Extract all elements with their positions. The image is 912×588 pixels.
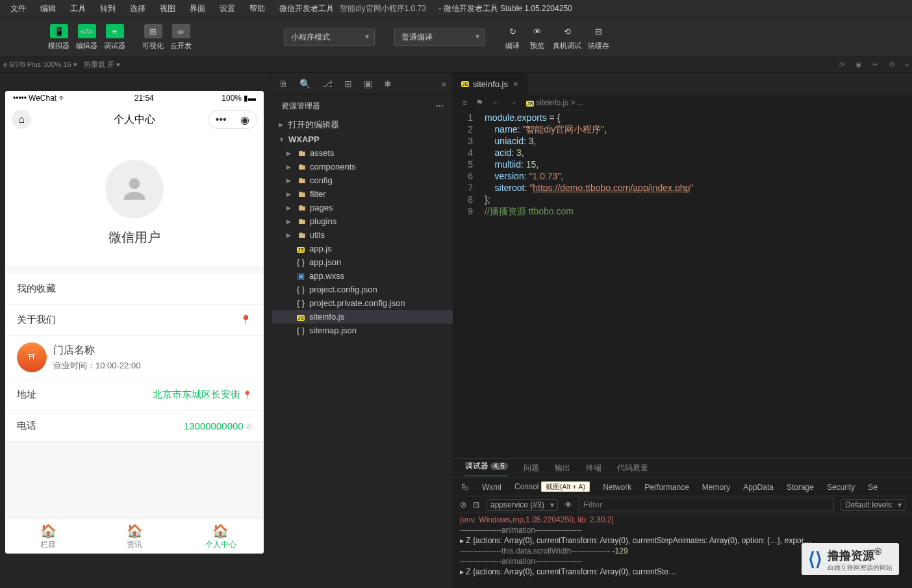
compile-mode-dropdown[interactable]: 普通编译	[394, 29, 485, 46]
ext-icon[interactable]: ⊞	[344, 79, 352, 89]
dev-tab-appdata[interactable]: AppData	[743, 483, 774, 492]
compile-button[interactable]: ↻编译	[501, 22, 524, 53]
files-icon[interactable]: 🗎	[279, 79, 288, 89]
close-icon[interactable]: ×	[512, 79, 520, 89]
context-dropdown[interactable]: appservice (#3)	[486, 499, 558, 511]
simulator-button[interactable]: 📱模拟器	[45, 22, 72, 53]
panel-tab-terminal[interactable]: 终端	[586, 463, 602, 474]
target-icon[interactable]: ◉	[240, 114, 249, 126]
more-icon[interactable]: ⋯	[436, 101, 444, 110]
inspect-icon[interactable]: ⮱	[461, 483, 469, 492]
menu-edit[interactable]: 编辑	[35, 1, 61, 17]
home-icon[interactable]: ⌂	[12, 110, 31, 129]
file-appjs[interactable]: app.js	[272, 242, 453, 255]
forward-icon[interactable]: →	[509, 98, 517, 107]
dev-tab-wxml[interactable]: Wxml	[482, 483, 501, 492]
toolbar: 📱模拟器 </>编辑器 ≡调试器 ⊞可视化 ∞云开发 小程序模式 普通编译 ↻编…	[0, 18, 912, 57]
address-row[interactable]: 地址北京市东城区长安街 📍	[5, 379, 264, 411]
phone-row[interactable]: 电话13000000000 ✆	[5, 411, 264, 442]
hot-reload-dropdown[interactable]: 热重载 开 ▾	[84, 60, 120, 70]
bookmark-icon[interactable]: ⚑	[476, 98, 483, 107]
dev-tab-storage[interactable]: Storage	[787, 483, 814, 492]
avatar[interactable]	[105, 160, 164, 218]
folder-assets[interactable]: ▶🖿assets	[272, 146, 453, 160]
eye-icon[interactable]: 👁	[564, 500, 572, 509]
clear-icon[interactable]: ⊘	[460, 500, 466, 509]
remote-debug-button[interactable]: ⟲真机调试	[550, 22, 584, 53]
menu-file[interactable]: 文件	[5, 1, 31, 17]
tab-column[interactable]: 🏠栏目	[5, 519, 92, 554]
about-row[interactable]: 关于我们📍	[5, 305, 264, 336]
filter-input[interactable]	[579, 498, 834, 511]
file-appwxss[interactable]: ▣app.wxss	[272, 269, 453, 283]
record-icon[interactable]: ◉	[855, 60, 862, 69]
expand-icon[interactable]: »	[905, 60, 909, 69]
phone-frame: •••••WeChatᯤ 21:54 100%▮▬ ⌂ 个人中心 •••◉ 微信…	[5, 91, 264, 554]
folder-utils[interactable]: ▶🖿utils	[272, 228, 453, 242]
file-sitemap[interactable]: { }sitemap.json	[272, 324, 453, 337]
levels-dropdown[interactable]: Default levels	[841, 499, 906, 511]
menu-settings[interactable]: 设置	[214, 1, 240, 17]
menu-devtools[interactable]: 微信开发者工具	[274, 1, 339, 17]
list-icon[interactable]: ≡	[462, 98, 467, 107]
cut-icon[interactable]: ✂	[872, 60, 878, 69]
screenshot-tooltip: 截图(Alt + A)	[541, 481, 590, 492]
editor-breadcrumb: ≡ ⚑ ← → siteinfo.js > ...	[453, 95, 912, 110]
battery-icon: ▮▬	[244, 94, 256, 103]
menu-help[interactable]: 帮助	[244, 1, 270, 17]
dev-tab-console[interactable]: Consol 截图(Alt + A)	[514, 482, 590, 492]
cloud-button[interactable]: ∞云开发	[168, 22, 194, 53]
build-icon[interactable]: ▣	[364, 79, 372, 89]
folder-plugins[interactable]: ▶🖿plugins	[272, 214, 453, 228]
folder-filter[interactable]: ▶🖿filter	[272, 187, 453, 201]
dev-tab-security[interactable]: Security	[827, 483, 855, 492]
panel-tab-quality[interactable]: 代码质量	[617, 463, 648, 474]
debugger-button[interactable]: ≡调试器	[101, 22, 128, 53]
branch-icon[interactable]: ⎇	[322, 79, 333, 89]
file-appjson[interactable]: { }app.json	[272, 255, 453, 269]
mode-dropdown[interactable]: 小程序模式	[284, 29, 375, 46]
menu-tools[interactable]: 工具	[65, 1, 91, 17]
rotate-icon[interactable]: ⟲	[889, 60, 894, 69]
menu-goto[interactable]: 转到	[95, 1, 121, 17]
favorites-row[interactable]: 我的收藏	[5, 274, 264, 305]
file-siteinfo[interactable]: siteinfo.js	[272, 310, 453, 324]
root-folder[interactable]: ▼WXAPP	[272, 133, 453, 146]
folder-components[interactable]: ▶🖿components	[272, 160, 453, 173]
tab-profile[interactable]: 🏠个人中心	[177, 519, 264, 554]
collapse-icon[interactable]: »	[441, 79, 446, 89]
panel-tab-debugger[interactable]: 调试器4, 5	[465, 461, 508, 476]
device-dropdown[interactable]: e 6/7/8 Plus 100% 16 ▾	[3, 60, 77, 69]
store-row[interactable]: ⛩ 门店名称营业时间：10:00-22:00	[5, 336, 264, 379]
simulator-panel: •••••WeChatᯤ 21:54 100%▮▬ ⌂ 个人中心 •••◉ 微信…	[0, 73, 272, 588]
dev-tab-memory[interactable]: Memory	[702, 483, 730, 492]
menu-select[interactable]: 选择	[125, 1, 151, 17]
panel-tab-problems[interactable]: 问题	[524, 463, 539, 474]
search-icon[interactable]: 🔍	[299, 79, 310, 89]
clear-cache-button[interactable]: ⊟清缓存	[585, 22, 612, 53]
more-icon[interactable]: •••	[216, 114, 227, 125]
menu-view[interactable]: 视图	[155, 1, 181, 17]
dev-tab-network[interactable]: Network	[603, 483, 631, 492]
code-editor[interactable]: 123456789 module.exports = { name: "智能di…	[453, 110, 912, 458]
refresh-icon[interactable]: ⟳	[839, 60, 845, 69]
bug-icon[interactable]: ✱	[384, 79, 392, 89]
tab-news[interactable]: 🏠资讯	[92, 519, 178, 554]
file-projectconfig[interactable]: { }project.config.json	[272, 283, 453, 296]
preview-button[interactable]: 👁预览	[526, 22, 549, 53]
dev-tab-performance[interactable]: Performance	[644, 483, 689, 492]
file-projectprivate[interactable]: { }project.private.config.json	[272, 296, 453, 310]
dev-tab-more[interactable]: Se	[868, 483, 878, 492]
back-icon[interactable]: ←	[492, 98, 500, 107]
folder-config[interactable]: ▶🖿config	[272, 173, 453, 187]
capsule-button[interactable]: •••◉	[208, 110, 257, 129]
panel-tab-output[interactable]: 输出	[555, 463, 570, 474]
visualize-button[interactable]: ⊞可视化	[140, 22, 166, 53]
editor-tab-siteinfo[interactable]: siteinfo.js×	[453, 73, 528, 95]
open-editors[interactable]: ▶打开的编辑器	[272, 117, 453, 133]
editor-button[interactable]: </>编辑器	[73, 22, 100, 53]
phone-nav-bar: ⌂ 个人中心 •••◉	[5, 105, 264, 134]
menu-ui[interactable]: 界面	[184, 1, 210, 17]
top-icon[interactable]: ⊡	[473, 500, 479, 509]
folder-pages[interactable]: ▶🖿pages	[272, 201, 453, 214]
